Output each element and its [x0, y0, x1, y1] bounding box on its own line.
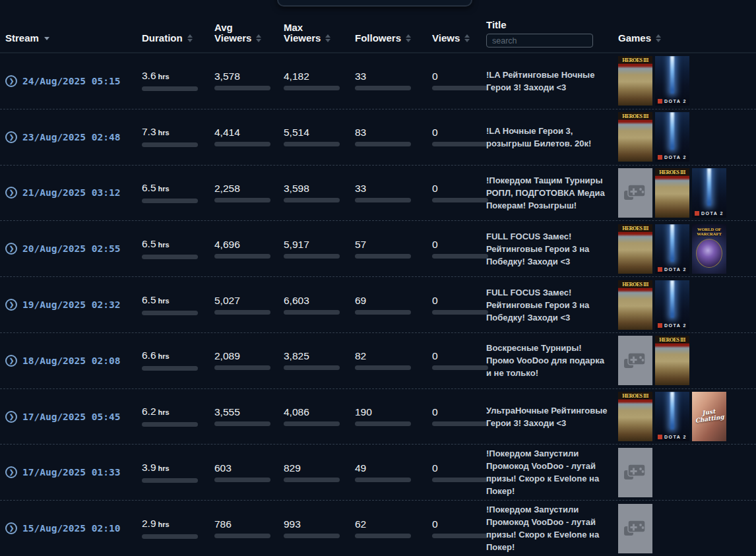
- game-cover-dota2[interactable]: DOTA 2: [692, 168, 726, 218]
- column-header-views-label: Views: [432, 33, 460, 44]
- followers-value: 190: [355, 407, 432, 417]
- duration-value: 6.5: [142, 182, 156, 193]
- game-cover-heroes3[interactable]: HEROES III: [618, 56, 652, 106]
- views-cell: 0: [432, 239, 486, 259]
- followers-value: 33: [355, 71, 432, 81]
- max-viewers-cell: 5,917: [284, 239, 355, 259]
- duration-unit: hrs: [158, 520, 170, 528]
- column-header-views[interactable]: Views: [432, 0, 486, 52]
- game-cover-dota2[interactable]: DOTA 2: [655, 56, 689, 106]
- stream-title: !Покердом Запустили Промокод VooDoo - лу…: [486, 503, 618, 553]
- duration-unit: hrs: [158, 297, 170, 305]
- game-cover-dota2[interactable]: DOTA 2: [655, 392, 689, 441]
- avg-viewers-bar: [214, 198, 270, 202]
- followers-value: 82: [355, 351, 432, 361]
- followers-value: 33: [355, 183, 432, 193]
- followers-cell: 69: [355, 295, 432, 315]
- views-value: 0: [432, 295, 486, 305]
- stream-cell: ❯ 17/Aug/2025 01:33: [5, 466, 142, 478]
- column-header-avg-line2: Viewers: [214, 33, 251, 44]
- game-cover-wow[interactable]: WORLD OFWARCRAFT: [692, 224, 726, 274]
- sort-icon[interactable]: [464, 34, 470, 42]
- expand-stream-icon[interactable]: ❯: [5, 355, 17, 367]
- duration-cell: 6.6hrs: [142, 350, 214, 371]
- sort-icon[interactable]: [325, 34, 331, 42]
- sort-icon[interactable]: [406, 34, 411, 42]
- stream-date[interactable]: 17/Aug/2025 05:45: [22, 412, 120, 422]
- game-cover-heroes3[interactable]: HEROES III: [655, 336, 689, 385]
- games-cell: HEROES IIIDOTA 2JustChatting: [618, 392, 756, 441]
- expand-stream-icon[interactable]: ❯: [5, 411, 17, 423]
- avg-viewers-cell: 4,414: [214, 127, 284, 146]
- followers-cell: 62: [355, 519, 432, 538]
- games-cell: [618, 504, 756, 553]
- game-cover-dota2[interactable]: DOTA 2: [655, 112, 689, 162]
- duration-cell: 3.6hrs: [142, 71, 214, 91]
- column-header-followers[interactable]: Followers: [355, 0, 432, 52]
- column-header-stream[interactable]: Stream: [5, 0, 142, 52]
- avg-viewers-value: 603: [214, 463, 284, 473]
- stream-date[interactable]: 15/Aug/2025 02:10: [22, 523, 120, 534]
- stream-date[interactable]: 24/Aug/2025 05:15: [22, 76, 120, 86]
- title-search-input[interactable]: [486, 34, 593, 47]
- stream-date[interactable]: 18/Aug/2025 02:08: [22, 355, 120, 366]
- stream-title: !Покердом Запустили Промокод VooDoo - лу…: [486, 447, 618, 497]
- views-value: 0: [432, 239, 486, 249]
- game-cover-heroes3[interactable]: HEROES III: [618, 280, 652, 330]
- column-header-avg-line1: Avg: [214, 22, 233, 33]
- stream-date[interactable]: 20/Aug/2025 02:55: [22, 243, 120, 254]
- game-cover-just-chatting[interactable]: JustChatting: [692, 392, 726, 441]
- column-header-avg-viewers[interactable]: Avg Viewers: [214, 0, 284, 52]
- avg-viewers-bar: [214, 365, 270, 370]
- stream-date[interactable]: 23/Aug/2025 02:48: [22, 132, 120, 142]
- stream-date[interactable]: 17/Aug/2025 01:33: [22, 467, 120, 478]
- max-viewers-value: 4,086: [284, 407, 355, 417]
- max-viewers-value: 6,603: [284, 295, 355, 305]
- game-cover-heroes3[interactable]: HEROES III: [655, 168, 689, 218]
- game-cover-placeholder[interactable]: [618, 336, 652, 385]
- max-viewers-value: 3,598: [284, 183, 355, 193]
- duration-bar: [142, 199, 198, 203]
- sort-desc-icon[interactable]: [44, 37, 49, 40]
- game-cover-dota2[interactable]: DOTA 2: [655, 224, 689, 274]
- game-cover-placeholder[interactable]: [618, 504, 652, 553]
- game-cover-heroes3[interactable]: HEROES III: [618, 112, 652, 162]
- game-cover-dota2[interactable]: DOTA 2: [655, 280, 689, 330]
- max-viewers-cell: 4,086: [284, 407, 355, 426]
- sort-icon[interactable]: [187, 34, 193, 42]
- expand-stream-icon[interactable]: ❯: [5, 187, 17, 199]
- game-cover-placeholder[interactable]: [618, 448, 652, 497]
- views-cell: 0: [432, 183, 486, 202]
- avg-viewers-value: 3,555: [214, 407, 284, 417]
- expand-stream-icon[interactable]: ❯: [5, 75, 17, 87]
- duration-cell: 2.9hrs: [142, 518, 214, 539]
- game-cover-heroes3[interactable]: HEROES III: [618, 224, 652, 274]
- followers-cell: 57: [355, 239, 432, 259]
- game-cover-heroes3[interactable]: HEROES III: [618, 392, 652, 441]
- expand-stream-icon[interactable]: ❯: [5, 522, 17, 534]
- expand-stream-icon[interactable]: ❯: [5, 243, 17, 255]
- column-header-max-viewers[interactable]: Max Viewers: [284, 0, 355, 52]
- views-value: 0: [432, 463, 486, 473]
- sort-icon[interactable]: [256, 34, 261, 42]
- column-header-followers-label: Followers: [355, 33, 401, 44]
- game-cover-placeholder[interactable]: [618, 168, 652, 218]
- views-bar: [432, 365, 488, 370]
- stream-cell: ❯ 20/Aug/2025 02:55: [5, 243, 142, 255]
- stream-row: ❯ 24/Aug/2025 05:15 3.6hrs 3,578 4,182 3…: [0, 53, 756, 109]
- avg-viewers-bar: [214, 86, 270, 90]
- column-header-games[interactable]: Games: [618, 0, 756, 52]
- games-cell: HEROES IIIDOTA 2: [618, 168, 756, 218]
- sort-icon[interactable]: [656, 34, 661, 42]
- avg-viewers-cell: 2,258: [214, 183, 284, 202]
- column-header-duration[interactable]: Duration: [142, 0, 214, 52]
- stream-date[interactable]: 21/Aug/2025 03:12: [22, 187, 120, 198]
- games-cell: HEROES IIIDOTA 2: [618, 56, 756, 106]
- duration-unit: hrs: [158, 241, 170, 249]
- stream-title: FULL FOCUS Замес! Рейтинговые Герои 3 на…: [486, 230, 618, 268]
- expand-stream-icon[interactable]: ❯: [5, 131, 17, 143]
- expand-stream-icon[interactable]: ❯: [5, 466, 17, 478]
- expand-stream-icon[interactable]: ❯: [5, 299, 17, 311]
- stream-date[interactable]: 19/Aug/2025 02:32: [22, 299, 120, 310]
- max-viewers-cell: 5,514: [284, 127, 355, 146]
